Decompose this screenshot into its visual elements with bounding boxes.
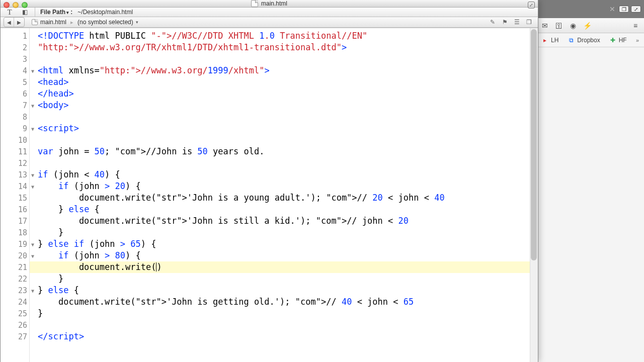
- dropbox-icon: ⧉: [568, 37, 575, 44]
- titlebar: main.html ⤢: [1, 0, 538, 8]
- code-line[interactable]: document.write("str">'John is a young ad…: [38, 192, 538, 204]
- document-icon[interactable]: ❐: [525, 18, 533, 26]
- flash-icon[interactable]: ⚡: [583, 21, 592, 30]
- code-line[interactable]: [38, 53, 538, 65]
- code-line[interactable]: }: [38, 227, 538, 238]
- code-line[interactable]: } else if (john > 65) {: [38, 238, 538, 250]
- path-label[interactable]: File Path▾ :: [40, 9, 72, 16]
- bookmark-icon: ▸: [541, 37, 548, 44]
- close-icon[interactable]: ✕: [608, 5, 617, 14]
- code-line[interactable]: if (john < 40) {: [38, 169, 538, 180]
- code-line[interactable]: document.write("str">'John is still a ki…: [38, 215, 538, 227]
- browser-tabbar: ✕ ❐ ⤢: [536, 0, 644, 18]
- window-title: main.html: [261, 0, 287, 7]
- document-icon: [251, 0, 258, 7]
- code-line[interactable]: var john = 50; "com">//John is 50 years …: [38, 146, 538, 157]
- code-line[interactable]: document.write(): [30, 261, 538, 273]
- code-line[interactable]: <body>: [38, 100, 538, 111]
- code-line[interactable]: } else {: [38, 285, 538, 296]
- fold-toggle-icon[interactable]: ▼: [30, 172, 35, 177]
- bookmark-label: LH: [551, 37, 558, 44]
- text-tool-icon[interactable]: T: [5, 8, 15, 17]
- code-line[interactable]: }: [38, 308, 538, 319]
- code-line[interactable]: <head>: [38, 76, 538, 88]
- nav-bar: ◀ ▶ main.html ▸ (no symbol selected) ▾ ✎…: [1, 17, 538, 28]
- code-line[interactable]: if (john > 80) {: [38, 250, 538, 261]
- symbol-label: (no symbol selected): [77, 19, 133, 26]
- bookmark-dropbox[interactable]: ⧉ Dropbox: [568, 37, 600, 44]
- bookmark-overflow-icon[interactable]: »: [636, 37, 639, 43]
- line-number-gutter: 1234▼567▼89▼10111213▼14▼1516171819▼20▼21…: [1, 28, 30, 362]
- chevron-down-icon: ▾: [136, 20, 138, 25]
- code-line[interactable]: <!DOCTYPE html PUBLIC "-">//W3C//DTD XHT…: [38, 30, 538, 42]
- code-line[interactable]: }: [38, 273, 538, 285]
- zoom-button[interactable]: [22, 2, 28, 8]
- background-browser-window: ✕ ❐ ⤢ ✉ ⚿ ◉ ⚡ ≡ ▸ LH ⧉ Dropbox ✚ HF »: [536, 0, 644, 362]
- menu-icon[interactable]: ≡: [631, 21, 640, 30]
- nav-history-buttons: ◀ ▶: [4, 17, 25, 27]
- bookmark-label: HF: [619, 37, 627, 44]
- hf-icon: ✚: [609, 37, 616, 44]
- key-icon[interactable]: ⚿: [554, 21, 564, 30]
- bookmark-label: Dropbox: [577, 37, 600, 44]
- code-line[interactable]: "http:">//www.w3.org/TR/xhtml1/DTD/xhtml…: [38, 42, 538, 53]
- path-value: ~/Desktop/main.html: [77, 9, 133, 16]
- code-line[interactable]: [38, 134, 538, 146]
- code-line[interactable]: [38, 111, 538, 123]
- code-line[interactable]: </script>: [38, 331, 538, 342]
- fold-toggle-icon[interactable]: ▼: [30, 103, 35, 108]
- code-line[interactable]: [38, 157, 538, 169]
- fold-toggle-icon[interactable]: ▼: [30, 126, 35, 131]
- flag-icon[interactable]: ⚑: [501, 18, 509, 26]
- close-button[interactable]: [4, 2, 10, 8]
- code-line[interactable]: } else {: [38, 204, 538, 215]
- fold-toggle-icon[interactable]: ▼: [30, 288, 35, 293]
- minimize-button[interactable]: [13, 2, 19, 8]
- fold-toggle-icon[interactable]: ▼: [30, 184, 35, 189]
- code-line[interactable]: </head>: [38, 88, 538, 100]
- code-line[interactable]: <script>: [38, 123, 538, 134]
- fullscreen-button[interactable]: ⤢: [528, 2, 535, 9]
- bookmarks-bar: ▸ LH ⧉ Dropbox ✚ HF »: [536, 33, 644, 47]
- bookmark-hf[interactable]: ✚ HF: [609, 37, 627, 44]
- fold-toggle-icon[interactable]: ▼: [30, 253, 35, 258]
- code-line[interactable]: if (john > 20) {: [38, 180, 538, 192]
- scrollbar-thumb[interactable]: [531, 29, 537, 260]
- info-icon[interactable]: ◧: [20, 8, 30, 17]
- scrollbar-track[interactable]: [530, 28, 538, 362]
- code-line[interactable]: [38, 319, 538, 331]
- nav-forward-button[interactable]: ▶: [14, 18, 24, 27]
- editor-window: main.html ⤢ T ◧ File Path▾ : ~/Desktop/m…: [0, 0, 538, 362]
- code-line[interactable]: document.write("str">'John is getting ol…: [38, 296, 538, 308]
- code-editor[interactable]: 1234▼567▼89▼10111213▼14▼1516171819▼20▼21…: [1, 28, 538, 362]
- crumb-label: main.html: [40, 19, 66, 26]
- fold-toggle-icon[interactable]: ▼: [30, 241, 35, 247]
- document-icon: [32, 19, 38, 25]
- window-maximize-icon[interactable]: ⤢: [631, 6, 641, 13]
- compass-icon[interactable]: ◉: [569, 21, 578, 30]
- browser-toolbar: ✉ ⚿ ◉ ⚡ ≡: [536, 18, 644, 33]
- document-crumb[interactable]: main.html: [28, 19, 70, 26]
- bookmark-lh[interactable]: ▸ LH: [541, 37, 558, 44]
- fold-toggle-icon[interactable]: ▼: [30, 68, 35, 73]
- symbol-crumb[interactable]: (no symbol selected) ▾: [73, 19, 142, 26]
- pencil-icon[interactable]: ✎: [489, 18, 497, 26]
- code-line[interactable]: <html xmlns="http:">//www.w3.org/1999/xh…: [38, 65, 538, 76]
- path-bar: T ◧ File Path▾ : ~/Desktop/main.html: [1, 8, 538, 17]
- code-content[interactable]: <!DOCTYPE html PUBLIC "-">//W3C//DTD XHT…: [30, 28, 538, 362]
- menu-icon[interactable]: ☰: [513, 18, 521, 26]
- nav-back-button[interactable]: ◀: [4, 18, 14, 27]
- window-restore-icon[interactable]: ❐: [619, 6, 629, 13]
- mail-icon[interactable]: ✉: [540, 21, 549, 30]
